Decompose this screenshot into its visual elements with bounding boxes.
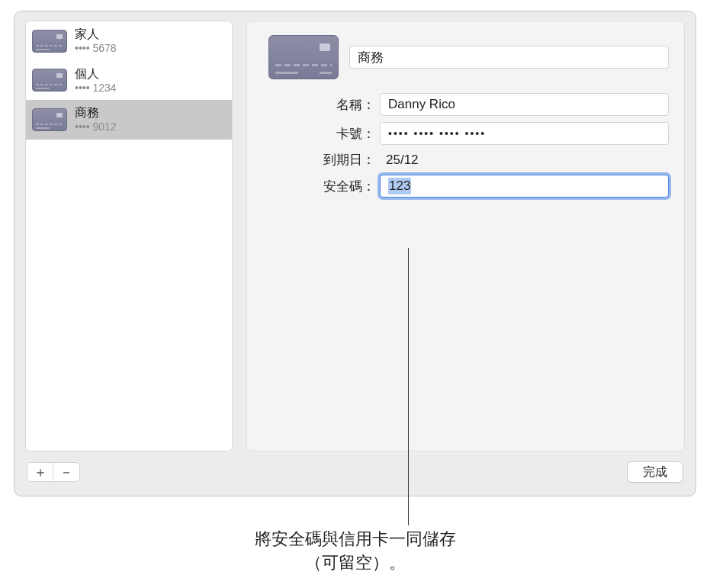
card-item-text: 個人 •••• 1234 [75,66,117,95]
expiry-label: 到期日 [268,151,380,169]
callout-text: 將安全碼與信用卡一同儲存 （可留空）。 [0,528,710,575]
form-row-expiry: 到期日 25/12 [268,151,669,169]
card-item-text: 商務 •••• 9012 [75,105,117,134]
card-item-text: 家人 •••• 5678 [75,27,117,56]
cardholder-name-input[interactable] [380,93,669,116]
cards-sidebar-list: 家人 •••• 5678 個人 •••• 1234 商務 •••• 9012 [25,21,233,451]
security-code-input[interactable]: 123 [380,175,669,198]
form-row-number: 卡號 •••• •••• •••• •••• [268,122,669,145]
remove-card-button[interactable]: － [53,463,79,481]
credit-card-icon [32,69,67,92]
card-item-title: 商務 [75,105,117,120]
name-label: 名稱 [268,96,380,114]
card-item-title: 個人 [75,66,117,82]
callout-leader-line [408,248,409,525]
card-item-business[interactable]: 商務 •••• 9012 [26,100,232,140]
add-card-button[interactable]: ＋ [27,463,53,481]
cvv-label: 安全碼 [268,178,380,195]
card-item-last4: •••• 5678 [75,42,117,56]
expiry-value: 25/12 [380,153,419,168]
card-item-title: 家人 [75,27,117,42]
card-detail-panel: 名稱 卡號 •••• •••• •••• •••• 到期日 25/12 安全碼 … [246,21,685,451]
card-description-input[interactable] [349,46,669,69]
credit-card-icon [32,108,67,131]
done-button[interactable]: 完成 [627,461,683,483]
form-row-cvv: 安全碼 123 [268,175,669,198]
card-item-family[interactable]: 家人 •••• 5678 [26,21,232,61]
card-item-last4: •••• 9012 [75,120,117,134]
content-area: 家人 •••• 5678 個人 •••• 1234 商務 •••• 9012 [14,11,696,451]
card-item-personal[interactable]: 個人 •••• 1234 [26,61,232,101]
number-label: 卡號 [268,125,380,143]
card-item-last4: •••• 1234 [75,82,117,95]
card-detail-header [268,35,669,79]
card-number-input[interactable]: •••• •••• •••• •••• [380,122,669,145]
credit-card-icon-large [268,35,339,79]
form-row-name: 名稱 [268,93,669,116]
autofill-cards-window: 家人 •••• 5678 個人 •••• 1234 商務 •••• 9012 [14,11,696,496]
credit-card-icon [32,30,67,53]
add-remove-group: ＋ － [27,462,80,482]
window-footer: ＋ － 完成 [14,451,696,496]
